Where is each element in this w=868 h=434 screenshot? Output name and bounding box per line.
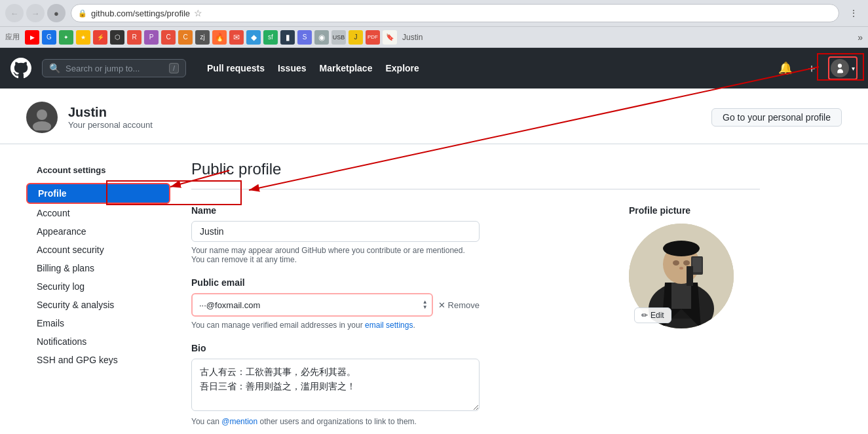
reload-button[interactable]: ●	[47, 4, 66, 22]
back-button[interactable]: ←	[5, 4, 24, 22]
profile-picture-wrapper: ✏ Edit	[629, 224, 734, 328]
sidebar-item-billing[interactable]: Billing & plans	[26, 259, 170, 277]
ext-icon-green[interactable]: sf	[263, 30, 278, 45]
remove-x-icon: ✕	[438, 300, 445, 310]
ext-icon-7[interactable]: R	[127, 30, 142, 45]
ext-icon-6[interactable]: ⬡	[110, 30, 124, 45]
search-shortcut: /	[169, 63, 179, 73]
sidebar-item-emails[interactable]: Emails	[26, 314, 170, 332]
extensions-button[interactable]: ⋮	[844, 4, 863, 22]
main-form-area: Name Your name may appear around GitHub …	[191, 205, 760, 434]
bio-input[interactable]: 古人有云：工欲善其事，必先利其器。 吾日三省：善用则益之，滥用则害之！	[191, 359, 480, 411]
bio-hint: You can @mention other users and organiz…	[191, 417, 480, 426]
extensions-overflow[interactable]: »	[858, 32, 863, 43]
page-body: Justin Your personal account Go to your …	[0, 89, 868, 434]
user-header: Justin Your personal account Go to your …	[0, 89, 868, 144]
email-hint: You can manage verified email addresses …	[191, 321, 480, 330]
sidebar-item-notifications[interactable]: Notifications	[26, 332, 170, 351]
nav-links: Pull requests Issues Marketplace Explore	[202, 59, 425, 77]
user-header-info: Justin Your personal account	[68, 105, 153, 130]
sidebar-item-profile[interactable]: Profile	[26, 183, 170, 204]
ext-bookmark[interactable]: 🔖	[383, 30, 397, 45]
edit-picture-button[interactable]: ✏ Edit	[634, 307, 671, 323]
browser-nav-buttons: ← → ●	[5, 4, 66, 22]
ext-icon-10[interactable]: C	[178, 30, 193, 45]
svg-point-16	[679, 267, 683, 269]
ext-icon-usb[interactable]: USB	[331, 30, 346, 45]
svg-point-0	[37, 109, 47, 120]
page-title: Public profile	[191, 160, 760, 189]
ext-icon-4[interactable]: ★	[76, 30, 90, 45]
new-repo-button[interactable]: ＋	[803, 58, 820, 79]
email-field-row: ···@foxmail.com ▲▼ ✕ Remove	[191, 293, 480, 317]
profile-picture-label: Profile picture	[629, 205, 760, 216]
user-menu-button[interactable]: ▾	[828, 56, 858, 80]
go-to-profile-button[interactable]: Go to your personal profile	[711, 108, 842, 127]
bio-section: Bio 古人有云：工欲善其事，必先利其器。 吾日三省：善用则益之，滥用则害之！ …	[191, 343, 608, 426]
avatar-chevron-icon: ▾	[852, 65, 855, 72]
svg-rect-11	[692, 258, 702, 272]
name-input[interactable]	[191, 221, 480, 242]
sidebar-section-title: Account settings	[26, 160, 170, 180]
github-logo-icon	[10, 58, 31, 79]
email-hint-text: You can manage verified email addresses …	[191, 321, 365, 330]
ext-username-label: Justin	[402, 33, 423, 42]
svg-point-15	[683, 260, 690, 266]
ext-icon-2[interactable]: G	[42, 30, 56, 45]
nav-pull-requests[interactable]: Pull requests	[202, 59, 270, 77]
form-fields: Name Your name may appear around GitHub …	[191, 205, 608, 434]
address-bar[interactable]: 🔒 github.com/settings/profile ☆	[71, 4, 839, 22]
ext-youtube-icon[interactable]: ▶	[25, 30, 39, 45]
sidebar-item-ssh-gpg[interactable]: SSH and GPG keys	[26, 351, 170, 369]
sidebar-item-security-log[interactable]: Security log	[26, 277, 170, 296]
email-settings-link[interactable]: email settings	[365, 321, 413, 330]
ext-icon-fire[interactable]: 🔥	[212, 30, 227, 45]
email-label: Public email	[191, 277, 608, 288]
ext-icon-3[interactable]: ✦	[59, 30, 73, 45]
svg-point-1	[33, 121, 51, 130]
remove-label: Remove	[448, 300, 480, 310]
ext-icon-dark[interactable]: ▮	[280, 30, 295, 45]
mention-link[interactable]: @mention	[221, 417, 257, 426]
github-logo-button[interactable]	[10, 58, 31, 79]
name-label: Name	[191, 205, 608, 216]
email-select-wrapper: ···@foxmail.com ▲▼	[191, 293, 433, 317]
sidebar-item-account[interactable]: Account	[26, 204, 170, 222]
search-bar[interactable]: 🔍 Search or jump to... /	[42, 59, 186, 77]
settings-sidebar: Account settings Profile Account Appeara…	[26, 160, 170, 434]
sidebar-item-account-security[interactable]: Account security	[26, 241, 170, 259]
ext-icon-js[interactable]: J	[349, 30, 363, 45]
nav-issues[interactable]: Issues	[273, 59, 312, 77]
search-icon: 🔍	[49, 63, 60, 73]
sidebar-item-appearance[interactable]: Appearance	[26, 222, 170, 241]
profile-picture-section: Profile picture	[629, 205, 760, 434]
email-select[interactable]: ···@foxmail.com	[193, 294, 432, 315]
settings-layout: Account settings Profile Account Appeara…	[0, 144, 786, 434]
ext-icon-9[interactable]: C	[161, 30, 176, 45]
remove-email-button[interactable]: ✕ Remove	[438, 300, 480, 310]
ext-devops-pdf[interactable]: PDF	[366, 30, 380, 45]
forward-button[interactable]: →	[26, 4, 45, 22]
svg-rect-8	[671, 283, 691, 309]
pencil-icon: ✏	[641, 311, 648, 320]
user-subtitle: Your personal account	[68, 120, 153, 130]
apps-label: 应用	[5, 32, 20, 42]
notifications-button[interactable]: 🔔	[776, 58, 795, 78]
bookmark-icon: ☆	[194, 8, 202, 18]
nav-marketplace[interactable]: Marketplace	[314, 59, 378, 77]
github-navbar: 🔍 Search or jump to... / Pull requests I…	[0, 48, 868, 89]
svg-point-14	[673, 260, 679, 266]
ext-icon-stripe[interactable]: S	[297, 30, 312, 45]
ext-icon-blue[interactable]: ◆	[246, 30, 261, 45]
ext-icon-msg[interactable]: ✉	[229, 30, 244, 45]
ext-icon-zj[interactable]: zj	[195, 30, 210, 45]
extension-toolbar: 应用 ▶ G ✦ ★ ⚡ ⬡ R P C C zj 🔥 ✉ ◆ sf ▮ S ◉…	[0, 27, 868, 48]
ext-icon-5[interactable]: ⚡	[93, 30, 107, 45]
url-text: github.com/settings/profile	[91, 9, 190, 18]
ext-icon-gray[interactable]: ◉	[314, 30, 329, 45]
main-content: Public profile Name Your name may appear…	[191, 160, 760, 434]
ext-icon-8[interactable]: P	[144, 30, 159, 45]
sidebar-item-security-analysis[interactable]: Security & analysis	[26, 296, 170, 314]
nav-explore[interactable]: Explore	[380, 59, 424, 77]
search-placeholder: Search or jump to...	[66, 64, 140, 73]
